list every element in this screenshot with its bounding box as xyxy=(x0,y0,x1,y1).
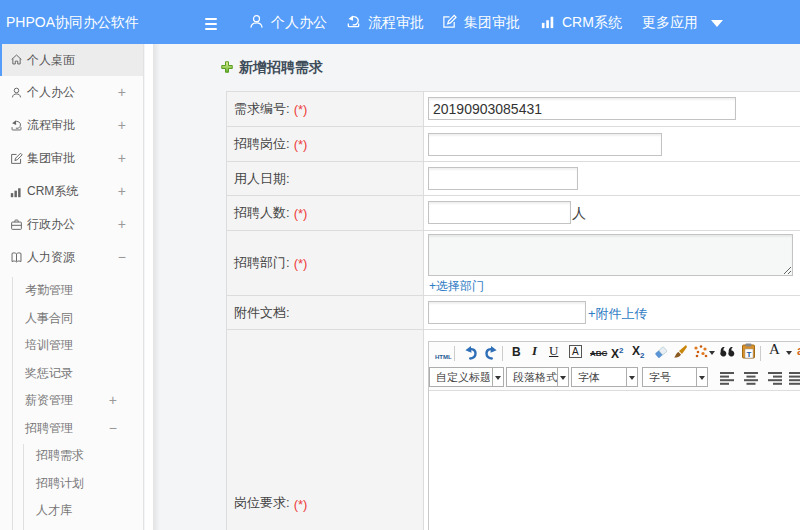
svg-text:T: T xyxy=(747,350,752,359)
